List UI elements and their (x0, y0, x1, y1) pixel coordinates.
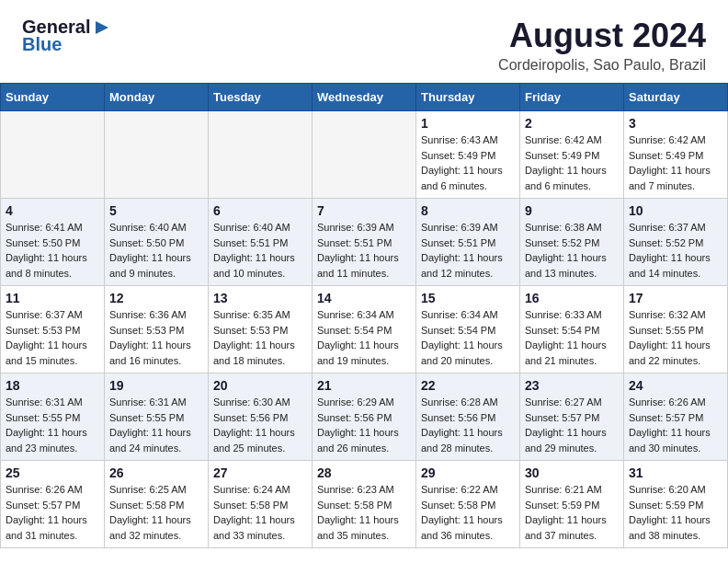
calendar-week-5: 25 Sunrise: 6:26 AM Sunset: 5:57 PM Dayl… (1, 461, 728, 548)
calendar-cell-w5-d0: 25 Sunrise: 6:26 AM Sunset: 5:57 PM Dayl… (1, 461, 105, 548)
calendar-cell-w1-d3 (313, 111, 416, 199)
day-info: Sunrise: 6:35 AM Sunset: 5:53 PM Dayligh… (213, 307, 307, 368)
calendar-cell-w4-d5: 23 Sunrise: 6:27 AM Sunset: 5:57 PM Dayl… (520, 373, 624, 461)
day-number: 17 (629, 291, 722, 305)
day-number: 23 (525, 378, 619, 393)
day-info: Sunrise: 6:28 AM Sunset: 5:56 PM Dayligh… (421, 395, 515, 455)
month-year-title: August 2024 (498, 17, 706, 55)
day-info: Sunrise: 6:33 AM Sunset: 5:54 PM Dayligh… (525, 307, 619, 368)
day-number: 1 (421, 116, 515, 131)
calendar-cell-w5-d1: 26 Sunrise: 6:25 AM Sunset: 5:58 PM Dayl… (105, 461, 209, 548)
day-number: 6 (213, 203, 307, 218)
day-number: 22 (421, 378, 515, 393)
day-number: 15 (421, 291, 515, 305)
calendar-cell-w1-d6: 3 Sunrise: 6:42 AM Sunset: 5:49 PM Dayli… (624, 111, 728, 199)
calendar-cell-w2-d0: 4 Sunrise: 6:41 AM Sunset: 5:50 PM Dayli… (1, 199, 105, 286)
day-number: 31 (629, 465, 722, 480)
day-info: Sunrise: 6:32 AM Sunset: 5:55 PM Dayligh… (629, 307, 722, 368)
day-info: Sunrise: 6:42 AM Sunset: 5:49 PM Dayligh… (525, 132, 619, 193)
day-number: 28 (317, 465, 411, 480)
calendar-cell-w3-d1: 12 Sunrise: 6:36 AM Sunset: 5:53 PM Dayl… (105, 286, 209, 373)
day-info: Sunrise: 6:31 AM Sunset: 5:55 PM Dayligh… (6, 395, 99, 455)
calendar-cell-w2-d2: 6 Sunrise: 6:40 AM Sunset: 5:51 PM Dayli… (209, 199, 313, 286)
day-number: 2 (525, 116, 619, 131)
location-subtitle: Cordeiropolis, Sao Paulo, Brazil (498, 57, 706, 74)
day-info: Sunrise: 6:26 AM Sunset: 5:57 PM Dayligh… (629, 395, 722, 455)
day-info: Sunrise: 6:23 AM Sunset: 5:58 PM Dayligh… (317, 482, 411, 543)
calendar-week-2: 4 Sunrise: 6:41 AM Sunset: 5:50 PM Dayli… (1, 199, 728, 286)
calendar-week-4: 18 Sunrise: 6:31 AM Sunset: 5:55 PM Dayl… (1, 373, 728, 461)
calendar-table: Sunday Monday Tuesday Wednesday Thursday… (0, 83, 728, 548)
calendar-cell-w3-d2: 13 Sunrise: 6:35 AM Sunset: 5:53 PM Dayl… (209, 286, 313, 373)
calendar-cell-w1-d2 (209, 111, 313, 199)
day-number: 24 (629, 378, 722, 393)
day-number: 10 (629, 203, 722, 218)
logo-arrow-icon (92, 17, 112, 38)
day-number: 3 (629, 116, 722, 131)
day-info: Sunrise: 6:34 AM Sunset: 5:54 PM Dayligh… (317, 307, 411, 368)
header-monday: Monday (105, 84, 209, 111)
header-thursday: Thursday (416, 84, 520, 111)
day-number: 13 (213, 291, 307, 305)
page-header: General Blue August 2024 Cordeiropolis, … (0, 0, 728, 83)
day-info: Sunrise: 6:39 AM Sunset: 5:51 PM Dayligh… (317, 220, 411, 281)
day-info: Sunrise: 6:42 AM Sunset: 5:49 PM Dayligh… (629, 132, 722, 193)
header-wednesday: Wednesday (313, 84, 416, 111)
day-info: Sunrise: 6:20 AM Sunset: 5:59 PM Dayligh… (629, 482, 722, 543)
header-sunday: Sunday (1, 84, 105, 111)
calendar-cell-w3-d5: 16 Sunrise: 6:33 AM Sunset: 5:54 PM Dayl… (520, 286, 624, 373)
day-number: 21 (317, 378, 411, 393)
day-info: Sunrise: 6:24 AM Sunset: 5:58 PM Dayligh… (213, 482, 307, 543)
calendar-cell-w2-d1: 5 Sunrise: 6:40 AM Sunset: 5:50 PM Dayli… (105, 199, 209, 286)
day-number: 5 (109, 203, 203, 218)
day-info: Sunrise: 6:40 AM Sunset: 5:51 PM Dayligh… (213, 220, 307, 281)
svg-marker-0 (96, 21, 108, 34)
day-number: 20 (213, 378, 307, 393)
day-number: 16 (525, 291, 619, 305)
calendar-cell-w3-d6: 17 Sunrise: 6:32 AM Sunset: 5:55 PM Dayl… (624, 286, 728, 373)
header-tuesday: Tuesday (209, 84, 313, 111)
title-block: August 2024 Cordeiropolis, Sao Paulo, Br… (498, 17, 706, 74)
calendar-cell-w2-d6: 10 Sunrise: 6:37 AM Sunset: 5:52 PM Dayl… (624, 199, 728, 286)
day-number: 29 (421, 465, 515, 480)
calendar-cell-w3-d3: 14 Sunrise: 6:34 AM Sunset: 5:54 PM Dayl… (313, 286, 416, 373)
day-info: Sunrise: 6:39 AM Sunset: 5:51 PM Dayligh… (421, 220, 515, 281)
day-info: Sunrise: 6:26 AM Sunset: 5:57 PM Dayligh… (6, 482, 99, 543)
day-number: 12 (109, 291, 203, 305)
calendar-cell-w3-d4: 15 Sunrise: 6:34 AM Sunset: 5:54 PM Dayl… (416, 286, 520, 373)
day-info: Sunrise: 6:37 AM Sunset: 5:52 PM Dayligh… (629, 220, 722, 281)
day-info: Sunrise: 6:34 AM Sunset: 5:54 PM Dayligh… (421, 307, 515, 368)
calendar-cell-w1-d1 (105, 111, 209, 199)
day-number: 19 (109, 378, 203, 393)
calendar-week-3: 11 Sunrise: 6:37 AM Sunset: 5:53 PM Dayl… (1, 286, 728, 373)
day-number: 11 (6, 291, 99, 305)
calendar-cell-w1-d4: 1 Sunrise: 6:43 AM Sunset: 5:49 PM Dayli… (416, 111, 520, 199)
calendar-cell-w4-d0: 18 Sunrise: 6:31 AM Sunset: 5:55 PM Dayl… (1, 373, 105, 461)
day-number: 4 (6, 203, 99, 218)
calendar-header-row: Sunday Monday Tuesday Wednesday Thursday… (1, 84, 728, 111)
calendar-cell-w5-d4: 29 Sunrise: 6:22 AM Sunset: 5:58 PM Dayl… (416, 461, 520, 548)
day-info: Sunrise: 6:38 AM Sunset: 5:52 PM Dayligh… (525, 220, 619, 281)
day-info: Sunrise: 6:40 AM Sunset: 5:50 PM Dayligh… (109, 220, 203, 281)
logo: General Blue (22, 17, 112, 55)
calendar-cell-w5-d5: 30 Sunrise: 6:21 AM Sunset: 5:59 PM Dayl… (520, 461, 624, 548)
day-number: 9 (525, 203, 619, 218)
day-number: 8 (421, 203, 515, 218)
day-info: Sunrise: 6:27 AM Sunset: 5:57 PM Dayligh… (525, 395, 619, 455)
calendar-cell-w4-d6: 24 Sunrise: 6:26 AM Sunset: 5:57 PM Dayl… (624, 373, 728, 461)
calendar-cell-w4-d3: 21 Sunrise: 6:29 AM Sunset: 5:56 PM Dayl… (313, 373, 416, 461)
calendar-cell-w5-d6: 31 Sunrise: 6:20 AM Sunset: 5:59 PM Dayl… (624, 461, 728, 548)
day-info: Sunrise: 6:37 AM Sunset: 5:53 PM Dayligh… (6, 307, 99, 368)
day-number: 27 (213, 465, 307, 480)
day-number: 30 (525, 465, 619, 480)
header-saturday: Saturday (624, 84, 728, 111)
calendar-cell-w2-d4: 8 Sunrise: 6:39 AM Sunset: 5:51 PM Dayli… (416, 199, 520, 286)
header-friday: Friday (520, 84, 624, 111)
calendar-cell-w4-d4: 22 Sunrise: 6:28 AM Sunset: 5:56 PM Dayl… (416, 373, 520, 461)
calendar-cell-w2-d3: 7 Sunrise: 6:39 AM Sunset: 5:51 PM Dayli… (313, 199, 416, 286)
day-number: 26 (109, 465, 203, 480)
calendar-cell-w1-d0 (1, 111, 105, 199)
day-info: Sunrise: 6:21 AM Sunset: 5:59 PM Dayligh… (525, 482, 619, 543)
day-info: Sunrise: 6:43 AM Sunset: 5:49 PM Dayligh… (421, 132, 515, 193)
calendar-cell-w4-d2: 20 Sunrise: 6:30 AM Sunset: 5:56 PM Dayl… (209, 373, 313, 461)
